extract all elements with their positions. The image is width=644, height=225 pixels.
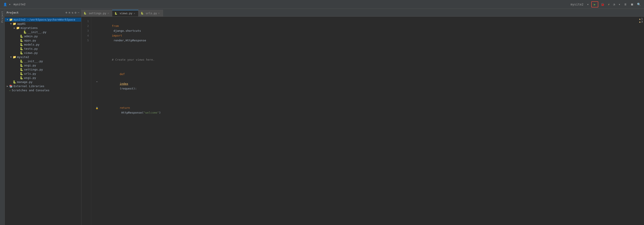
- tree-label-init1: __init__.py: [28, 30, 46, 34]
- project-config-label[interactable]: mysite2: [570, 2, 584, 7]
- tree-item-manage[interactable]: 🐍 manage.py: [5, 80, 81, 84]
- folder-icon-root: 📁: [9, 18, 13, 21]
- code-line-5: return HttpResponse("welcome"): [99, 96, 161, 120]
- warn-triangle-2: ▲: [639, 20, 641, 23]
- account-icon[interactable]: 👤 ▾: [2, 2, 12, 7]
- py-icon-admin: 🐍: [20, 34, 23, 38]
- gear-icon[interactable]: ⚙: [74, 11, 76, 14]
- tree-label-tests: tests.py: [24, 47, 38, 50]
- token-welcome-str: "welcome": [144, 111, 159, 114]
- tree-item-scratches[interactable]: ✏ Scratches and Consoles: [5, 88, 81, 92]
- title-bar: 👤 ▾ mysite2 mysite2 ▾ ▶ 🐞 ⚡ ◔ ▾ ⏸ ⏹ 🔍: [0, 0, 644, 9]
- coverage-button[interactable]: ◔: [612, 2, 616, 7]
- line-num-3: 3: [82, 28, 91, 33]
- sidebar-header: Project ⊕ ≡ ⇅ ⚙ −: [5, 9, 81, 17]
- fold-icon-4[interactable]: ▬: [95, 80, 99, 83]
- tree-item-extlibs[interactable]: ▶ 📚 External Libraries: [5, 84, 81, 88]
- tab-label-views: views.py: [120, 12, 132, 15]
- line-num-5: 5: [82, 38, 91, 43]
- tree-item-settings[interactable]: 🐍 settings.py: [5, 68, 81, 72]
- tree-item-views-app01[interactable]: 🐍 views.py: [5, 51, 81, 55]
- tab-close-urls[interactable]: ✕: [158, 12, 160, 15]
- search-button[interactable]: 🔍: [636, 2, 642, 7]
- py-icon-tests: 🐍: [20, 47, 23, 50]
- token-django: django.shortcuts: [112, 29, 142, 32]
- tree-label-settings: settings.py: [24, 68, 43, 71]
- code-line-5-wrapper: 🔒 return HttpResponse("welcome"): [95, 96, 623, 120]
- warn-triangle-1: ▲: [639, 18, 641, 20]
- more-actions-icon[interactable]: ▾: [618, 2, 622, 7]
- token-import: import: [112, 34, 122, 37]
- tree-item-mysite2dir[interactable]: ▼ 📁 mysite2: [5, 55, 81, 59]
- tree-label-scratches: Scratches and Consoles: [12, 89, 50, 92]
- tab-urls[interactable]: 🐍 urls.py ✕: [138, 10, 163, 16]
- stop-button[interactable]: ⏹: [629, 2, 634, 7]
- token-index-fn: index: [120, 82, 128, 85]
- tab-close-views[interactable]: ✕: [134, 12, 135, 15]
- code-line-2: [95, 48, 623, 52]
- tree-item-admin[interactable]: 🐍 admin.py: [5, 34, 81, 38]
- py-icon-wsgi: 🐍: [20, 76, 23, 80]
- tree-item-asgi[interactable]: 🐍 asgi.py: [5, 63, 81, 68]
- line-numbers: 1 2 3 4 5: [82, 17, 91, 225]
- breakpoint-icon-5[interactable]: 🔒: [95, 107, 99, 109]
- tree-label-views-app01: views.py: [24, 51, 38, 54]
- token-render: render: [112, 39, 124, 42]
- code-editor[interactable]: 1 2 3 4 5 from django.shortcuts import r…: [82, 17, 644, 225]
- config-dropdown-icon[interactable]: ▾: [586, 2, 590, 7]
- tab-icon-settings: 🐍: [84, 12, 86, 15]
- play-icon: ▶: [594, 3, 596, 6]
- py-icon-init2: 🐍: [20, 60, 23, 63]
- token-indent5: [120, 101, 126, 104]
- sidebar-icons: ⊕ ≡ ⇅ ⚙ −: [66, 11, 80, 14]
- tree-item-init2[interactable]: 🐍 __init__.py: [5, 59, 81, 63]
- tree-item-tests[interactable]: 🐍 tests.py: [5, 46, 81, 51]
- add-content-icon[interactable]: ⊕: [66, 11, 68, 14]
- tab-settings[interactable]: 🐍 settings.py ✕: [82, 10, 112, 16]
- collapse-all-icon[interactable]: ≡: [69, 11, 70, 14]
- tree-label-init2: __init__.py: [24, 60, 43, 63]
- tree-item-apps[interactable]: 🐍 apps.py: [5, 38, 81, 42]
- editor-area: 🐍 settings.py ✕ 🐍 views.py ✕ 🐍 urls.py ✕…: [82, 9, 644, 225]
- token-httpresponse2: HttpResponse(: [120, 111, 144, 114]
- tree-item-app01[interactable]: ▼ 📁 app01: [5, 22, 81, 26]
- token-from: from: [112, 24, 118, 28]
- tree-label-root: mysite2 ~/workSpace/pycharmWorkSpace: [14, 18, 75, 21]
- line-num-2: 2: [82, 24, 91, 28]
- title-bar-right: mysite2 ▾ ▶ 🐞 ⚡ ◔ ▾ ⏸ ⏹ 🔍: [570, 1, 642, 8]
- tab-label-urls: urls.py: [146, 12, 157, 15]
- scroll-from-source-icon[interactable]: ⇅: [72, 11, 74, 14]
- tab-bar: 🐍 settings.py ✕ 🐍 views.py ✕ 🐍 urls.py ✕: [82, 9, 644, 17]
- tree-item-init1[interactable]: 🐍 __init__.py: [5, 30, 81, 34]
- debug-button[interactable]: 🐞: [600, 2, 606, 7]
- line-num-1: 1: [82, 19, 91, 24]
- tree-label-migrations: migrations: [20, 26, 38, 30]
- py-icon-views: 🐍: [20, 51, 23, 54]
- code-line-1: from django.shortcuts import render,Http…: [95, 19, 623, 48]
- pause-button[interactable]: ⏸: [623, 2, 628, 7]
- warn-count-1: 1: [641, 18, 643, 20]
- tree-arrow-root: ▼: [6, 18, 9, 21]
- py-icon-manage: 🐍: [13, 80, 16, 84]
- close-sidebar-icon[interactable]: −: [78, 11, 80, 14]
- project-strip[interactable]: Project: [0, 9, 5, 225]
- token-space: [120, 77, 122, 80]
- tree-item-models[interactable]: 🐍 models.py: [5, 42, 81, 46]
- project-strip-label: Project: [1, 11, 4, 22]
- sidebar-title: Project: [6, 11, 64, 14]
- tree-item-root[interactable]: ▼ 📁 mysite2 ~/workSpace/pycharmWorkSpace: [5, 18, 81, 22]
- run-button[interactable]: ▶: [591, 1, 598, 8]
- tree-item-migrations[interactable]: ▶ 📁 migrations: [5, 26, 81, 30]
- scratch-icon: ✏: [9, 89, 11, 92]
- tab-icon-views: 🐍: [114, 12, 118, 15]
- tree-item-wsgi[interactable]: 🐍 wsgi.py: [5, 76, 81, 80]
- token-comment: # Create your views here.: [112, 58, 155, 61]
- code-line-4-wrapper: ▬ def index (request):: [95, 67, 623, 96]
- profile-button[interactable]: ⚡: [607, 2, 611, 7]
- tree-label-urls: urls.py: [24, 72, 36, 75]
- app-title: mysite2: [14, 3, 26, 6]
- code-content[interactable]: from django.shortcuts import render,Http…: [91, 17, 626, 225]
- tab-close-settings[interactable]: ✕: [108, 12, 109, 15]
- tree-item-urls[interactable]: 🐍 urls.py: [5, 72, 81, 76]
- tab-views[interactable]: 🐍 views.py ✕: [112, 10, 138, 16]
